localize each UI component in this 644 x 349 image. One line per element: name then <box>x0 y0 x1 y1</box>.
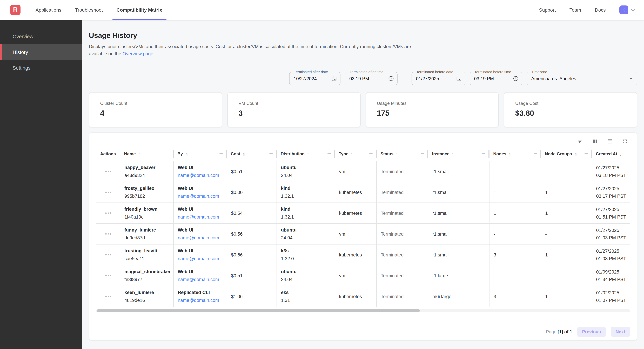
table-body: happy_beavera48d9324Web UIname@domain.co… <box>96 161 630 307</box>
fullscreen-icon[interactable] <box>622 138 628 144</box>
created-by-email-link[interactable]: name@domain.com <box>178 214 222 220</box>
column-header-node-groups[interactable]: Node Groups↑↓ <box>541 147 592 161</box>
created-by-email-link[interactable]: name@domain.com <box>178 276 222 283</box>
filter-icon[interactable] <box>577 138 583 144</box>
column-header-cost[interactable]: Cost↑↓ <box>227 147 276 161</box>
filter-terminated-after-date[interactable]: Terminated after date10/27/2024 <box>289 72 340 85</box>
column-menu-handle-icon[interactable] <box>482 153 486 155</box>
row-actions-button[interactable] <box>96 203 120 223</box>
row-actions-button[interactable] <box>96 265 120 286</box>
distribution-version: 24.04 <box>281 276 330 283</box>
column-header-name[interactable]: Name↑↓ <box>120 147 173 161</box>
column-menu-handle-icon[interactable] <box>584 153 588 155</box>
column-menu-handle-icon[interactable] <box>421 153 424 155</box>
column-header-distribution[interactable]: Distribution↑↓ <box>276 147 335 161</box>
filters-after: Terminated after date10/27/2024Terminate… <box>289 72 398 85</box>
created-by-email-link[interactable]: name@domain.com <box>178 255 222 262</box>
column-header-label: Distribution <box>281 152 304 156</box>
sidebar-item-history[interactable]: History <box>0 44 82 60</box>
column-header-nodes[interactable]: Nodes↑↓ <box>489 147 541 161</box>
column-header-created-at[interactable]: Created At↓ <box>592 147 631 161</box>
filter-timezone[interactable]: TimezoneAmerica/Los_Angeles <box>527 72 637 85</box>
horizontal-scrollbar-thumb[interactable] <box>97 309 420 312</box>
calendar-icon[interactable] <box>456 76 462 81</box>
column-header-status[interactable]: Status↑↓ <box>376 147 428 161</box>
distribution-version: 1.31 <box>281 297 330 304</box>
type-value: kubernetes <box>339 293 372 300</box>
cell-node-groups: 1 <box>541 203 592 223</box>
sort-arrows-icon[interactable]: ↑↓ <box>243 152 245 156</box>
sidebar-item-overview[interactable]: Overview <box>0 29 82 44</box>
nav-link-support[interactable]: Support <box>539 7 556 13</box>
filter-value[interactable]: 03:19 PM <box>349 76 385 81</box>
column-menu-handle-icon[interactable] <box>269 153 273 155</box>
column-header-label: Actions <box>100 152 116 156</box>
sort-arrows-icon[interactable]: ↑↓ <box>452 152 454 156</box>
column-header-instance[interactable]: Instance↑↓ <box>428 147 489 161</box>
created-date: 01/27/2025 <box>596 227 626 233</box>
tab-troubleshoot[interactable]: Troubleshoot <box>68 0 110 20</box>
sort-arrows-icon[interactable]: ↑↓ <box>185 152 187 156</box>
column-menu-handle-icon[interactable] <box>328 153 331 155</box>
created-by-email-link[interactable]: name@domain.com <box>178 172 222 179</box>
row-actions-button[interactable] <box>96 224 120 244</box>
filter-value[interactable]: 01/27/2025 <box>416 76 453 81</box>
created-time: 03:17 PM PST <box>596 193 626 199</box>
cluster-id: de9ed87d <box>124 234 169 241</box>
dropdown-arrow-icon[interactable] <box>628 76 634 81</box>
nav-link-docs[interactable]: Docs <box>595 7 606 13</box>
sort-arrows-icon[interactable]: ↑↓ <box>574 152 576 156</box>
row-actions-button[interactable] <box>96 286 120 307</box>
created-by-email-link[interactable]: name@domain.com <box>178 234 222 241</box>
row-actions-button[interactable] <box>96 245 120 265</box>
sidebar-item-settings[interactable]: Settings <box>0 60 82 76</box>
column-header-by[interactable]: By↑↓ <box>173 147 227 161</box>
created-by-email-link[interactable]: name@domain.com <box>178 193 222 200</box>
sort-arrows-icon[interactable]: ↑↓ <box>138 152 140 156</box>
tab-applications[interactable]: Applications <box>29 0 68 20</box>
filter-terminated-after-time[interactable]: Terminated after time03:19 PM <box>345 72 398 85</box>
tab-compatibility-matrix[interactable]: Compatibility Matrix <box>110 0 169 20</box>
row-actions-button[interactable] <box>96 182 120 203</box>
horizontal-scrollbar-track[interactable] <box>96 309 630 312</box>
chevron-down-icon[interactable] <box>630 7 636 13</box>
sort-arrows-icon[interactable]: ↑↓ <box>396 152 398 156</box>
created-by-email-link[interactable]: name@domain.com <box>178 297 222 304</box>
created-time: 01:51 PM PST <box>596 214 626 220</box>
sort-arrows-icon[interactable]: ↑↓ <box>351 152 353 156</box>
filter-value[interactable]: 10/27/2024 <box>294 76 328 81</box>
clock-icon[interactable] <box>513 75 519 82</box>
calendar-icon[interactable] <box>331 76 337 81</box>
replicated-logo-icon[interactable]: R <box>10 5 20 15</box>
node-groups-value: - <box>545 168 588 175</box>
account-menu-button[interactable]: K <box>620 5 636 14</box>
nav-link-team[interactable]: Team <box>570 7 581 13</box>
cost-value: $0.51 <box>231 272 272 279</box>
column-menu-handle-icon[interactable] <box>220 153 223 155</box>
column-menu-handle-icon[interactable] <box>369 153 372 155</box>
column-menu-handle-icon[interactable] <box>534 153 537 155</box>
next-page-button[interactable]: Next <box>611 327 630 337</box>
cost-value: $0.00 <box>231 189 272 196</box>
sort-arrows-icon[interactable]: ↑↓ <box>509 152 511 156</box>
row-actions-button[interactable] <box>96 161 120 182</box>
filter-terminated-before-date[interactable]: Terminated before date01/27/2025 <box>412 72 465 85</box>
overview-page-link[interactable]: Overview page <box>122 51 153 56</box>
avatar[interactable]: K <box>620 5 628 14</box>
filter-terminated-before-time[interactable]: Terminated before time03:19 PM <box>470 72 522 85</box>
columns-icon[interactable] <box>592 138 598 144</box>
previous-page-button[interactable]: Previous <box>577 327 606 337</box>
filter-value[interactable]: America/Los_Angeles <box>531 76 626 81</box>
filter-value[interactable]: 03:19 PM <box>474 76 510 81</box>
clock-icon[interactable] <box>388 75 394 82</box>
node-groups-value: - <box>545 231 588 237</box>
nodes-value: - <box>494 168 537 175</box>
cost-value: $0.56 <box>231 231 272 237</box>
column-header-type[interactable]: Type↑↓ <box>335 147 376 161</box>
sort-desc-icon[interactable]: ↓ <box>620 151 622 157</box>
cell-status: Terminated <box>377 245 428 265</box>
distribution-name: ubuntu <box>281 268 330 275</box>
density-icon[interactable] <box>607 138 613 144</box>
sort-arrows-icon[interactable]: ↑↓ <box>307 152 309 156</box>
cell-created-at: 01/27/202501:03 PM PST <box>592 245 631 265</box>
